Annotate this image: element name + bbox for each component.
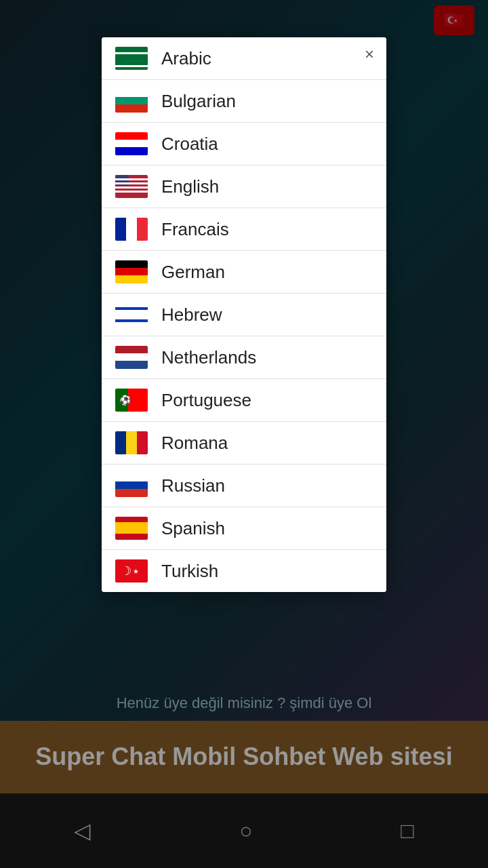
language-item-francais[interactable]: Francais (102, 208, 386, 251)
flag-german (115, 260, 148, 283)
language-item-hebrew[interactable]: Hebrew (102, 294, 386, 336)
language-item-russian[interactable]: Russian (102, 465, 386, 507)
language-name-arabic: Arabic (161, 48, 211, 69)
language-name-netherlands: Netherlands (161, 347, 256, 368)
language-item-arabic[interactable]: Arabic (102, 37, 386, 80)
language-name-portuguese: Portuguese (161, 390, 251, 411)
flag-romana (115, 431, 148, 454)
flag-arabic (115, 47, 148, 70)
language-item-english[interactable]: English (102, 165, 386, 208)
flag-croatia (115, 132, 148, 155)
language-item-croatia[interactable]: Croatia (102, 123, 386, 165)
flag-russian (115, 474, 148, 497)
modal-overlay: × ArabicBulgarianCroatiaEnglishFrancaisG… (0, 0, 488, 868)
language-modal: × ArabicBulgarianCroatiaEnglishFrancaisG… (102, 37, 386, 592)
language-name-russian: Russian (161, 475, 225, 496)
language-list: ArabicBulgarianCroatiaEnglishFrancaisGer… (102, 37, 386, 592)
language-item-bulgarian[interactable]: Bulgarian (102, 80, 386, 123)
close-button[interactable]: × (352, 37, 386, 71)
language-item-portuguese[interactable]: Portuguese (102, 379, 386, 422)
language-name-francais: Francais (161, 219, 229, 240)
language-name-german: German (161, 262, 225, 283)
flag-english (115, 175, 148, 198)
flag-turkish (115, 559, 148, 583)
language-item-romana[interactable]: Romana (102, 422, 386, 465)
flag-bulgarian (115, 90, 148, 113)
flag-hebrew (115, 303, 148, 326)
flag-portuguese (115, 389, 148, 412)
language-name-romana: Romana (161, 433, 228, 454)
language-name-hebrew: Hebrew (161, 304, 222, 326)
language-item-turkish[interactable]: Turkish (102, 550, 386, 592)
flag-francais (115, 218, 148, 241)
language-item-netherlands[interactable]: Netherlands (102, 336, 386, 379)
language-name-bulgarian: Bulgarian (161, 91, 236, 112)
language-name-croatia: Croatia (161, 134, 218, 155)
flag-netherlands (115, 346, 148, 369)
language-item-spanish[interactable]: Spanish (102, 507, 386, 550)
language-item-german[interactable]: German (102, 251, 386, 294)
language-name-turkish: Turkish (161, 561, 218, 582)
flag-spanish (115, 517, 148, 540)
language-name-english: English (161, 176, 219, 197)
language-name-spanish: Spanish (161, 518, 225, 539)
